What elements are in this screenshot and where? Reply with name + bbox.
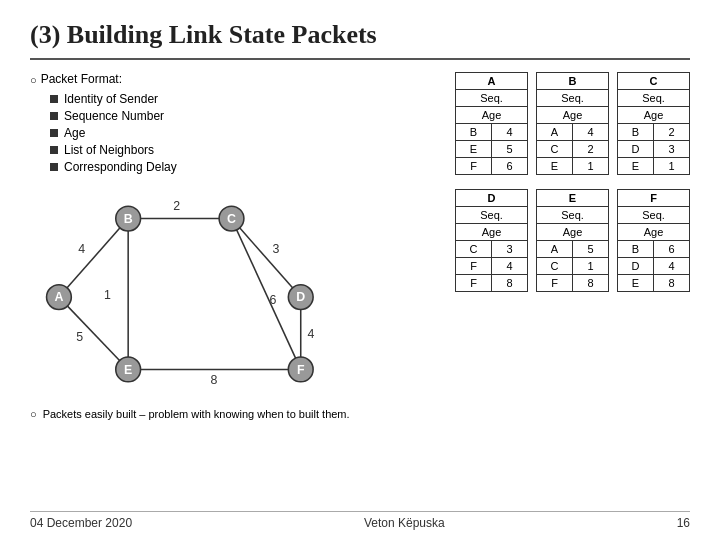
footer-author: Veton Këpuska xyxy=(364,516,445,530)
edge-label-ae: 5 xyxy=(76,330,83,344)
bullet-item: List of Neighbors xyxy=(50,143,439,157)
packet-format-label: Packet Format: xyxy=(41,72,122,86)
svg-line-3 xyxy=(59,297,128,369)
bullet-square-icon xyxy=(50,95,58,103)
edge-label-ab: 4 xyxy=(78,242,85,256)
footer-bullet: ○ xyxy=(30,408,37,420)
bullet-text: Age xyxy=(64,126,85,140)
bullet-list: Identity of SenderSequence NumberAgeList… xyxy=(50,92,439,174)
table-B: B Seq. Age A4 C2 E1 xyxy=(536,72,609,175)
edge-label-be: 1 xyxy=(104,288,111,302)
bullet-item: Sequence Number xyxy=(50,109,439,123)
bullet-text: Sequence Number xyxy=(64,109,164,123)
network-svg: 2 4 3 5 4 1 6 8 A B C D xyxy=(30,184,340,404)
tables-bottom-row: D Seq. Age C3 F4 F8 E Seq. Age A5 C1 F8 xyxy=(455,189,690,292)
network-diagram: 2 4 3 5 4 1 6 8 A B C D xyxy=(30,184,340,404)
edge-label-cf: 6 xyxy=(269,293,276,307)
bullet-icon-main: ○ xyxy=(30,74,37,86)
edge-label-df: 4 xyxy=(308,327,315,341)
table-F: F Seq. Age B6 D4 E8 xyxy=(617,189,690,292)
slide: (3) Building Link State Packets ○ Packet… xyxy=(0,0,720,540)
title-divider xyxy=(30,58,690,60)
page-footer: 04 December 2020 Veton Këpuska 16 xyxy=(30,511,690,530)
bullet-item: Identity of Sender xyxy=(50,92,439,106)
node-C-label: C xyxy=(227,212,236,226)
right-panel: A Seq. Age B4 E5 F6 B Seq. Age A4 C2 E1 xyxy=(455,72,690,292)
node-D-label: D xyxy=(296,290,305,304)
left-panel: ○ Packet Format: Identity of SenderSeque… xyxy=(30,72,439,420)
footer-date: 04 December 2020 xyxy=(30,516,132,530)
node-A-label: A xyxy=(54,290,63,304)
svg-line-2 xyxy=(232,219,301,298)
table-E: E Seq. Age A5 C1 F8 xyxy=(536,189,609,292)
table-C: C Seq. Age B2 D3 E1 xyxy=(617,72,690,175)
svg-line-1 xyxy=(59,219,128,298)
table-D: D Seq. Age C3 F4 F8 xyxy=(455,189,528,292)
edge-label-ef: 8 xyxy=(210,373,217,387)
page-title: (3) Building Link State Packets xyxy=(30,20,690,50)
bullet-item: Age xyxy=(50,126,439,140)
edge-label-bc: 2 xyxy=(173,199,180,213)
bullet-square-icon xyxy=(50,112,58,120)
table-A: A Seq. Age B4 E5 F6 xyxy=(455,72,528,175)
footer-note-text: Packets easily built – problem with know… xyxy=(43,408,350,420)
tables-top-row: A Seq. Age B4 E5 F6 B Seq. Age A4 C2 E1 xyxy=(455,72,690,175)
bullet-text: List of Neighbors xyxy=(64,143,154,157)
footer-page: 16 xyxy=(677,516,690,530)
bullet-text: Corresponding Delay xyxy=(64,160,177,174)
bullet-square-icon xyxy=(50,146,58,154)
bullet-square-icon xyxy=(50,163,58,171)
node-B-label: B xyxy=(124,212,133,226)
node-F-label: F xyxy=(297,363,305,377)
footer-note: ○ Packets easily built – problem with kn… xyxy=(30,408,439,420)
bullet-square-icon xyxy=(50,129,58,137)
bullet-item: Corresponding Delay xyxy=(50,160,439,174)
bullet-text: Identity of Sender xyxy=(64,92,158,106)
edge-label-cd: 3 xyxy=(272,242,279,256)
node-E-label: E xyxy=(124,363,132,377)
